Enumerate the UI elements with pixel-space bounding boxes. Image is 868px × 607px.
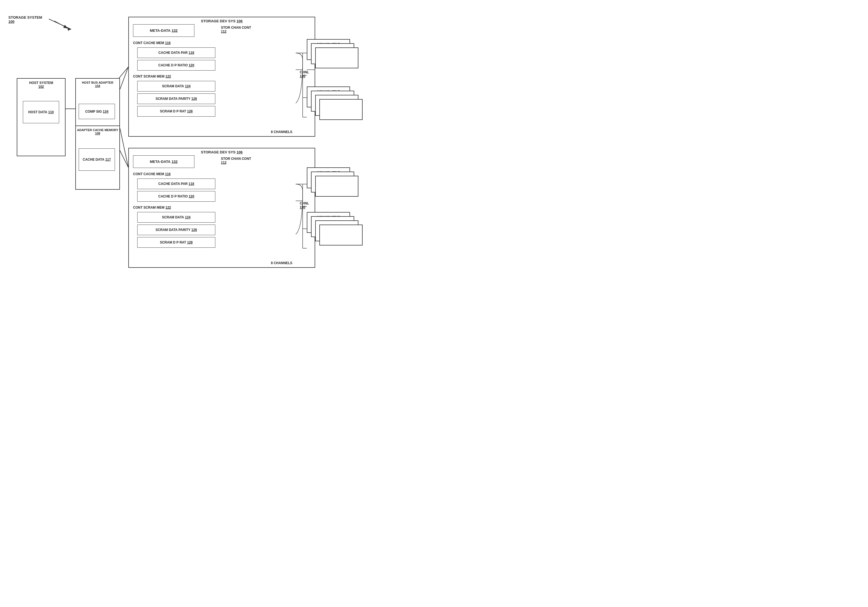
scram-data-parity-top-box: SCRAM DATA PARITY 126: [137, 93, 215, 104]
cont-cache-mem-bottom-label: CONT CACHE MEM 116: [133, 172, 171, 176]
comp-sig-box: COMP SIG 134: [79, 104, 115, 119]
channels-top-label: 8 CHANNELS: [271, 130, 292, 134]
nv-mem-dev-bot-7: [319, 225, 363, 245]
adapter-cache-memory-box: ADAPTER CACHE MEMORY 108 CACHE DATA 117: [75, 126, 120, 190]
cont-cache-mem-top-label: CONT CACHE MEM 116: [133, 41, 171, 45]
storage-dev-sys-top-box: STORAGE DEV SYS 106 STOR CHAN CONT 112 M…: [128, 17, 315, 137]
host-data-box: HOST DATA 110: [23, 101, 59, 123]
cont-scram-mem-bottom-label: CONT SCRAM MEM 122: [133, 206, 171, 210]
chnl-top-label: CHNL 130: [300, 70, 309, 78]
storage-dev-sys-bottom-box: STORAGE DEV SYS 106 STOR CHAN CONT 112 M…: [128, 148, 315, 268]
cache-data-box: CACHE DATA 117: [79, 148, 115, 171]
scram-data-top-box: SCRAM DATA 124: [137, 81, 215, 92]
storage-dev-sys-top-title: STORAGE DEV SYS 106: [129, 19, 315, 23]
nv-mem-dev-bot-3: [315, 176, 358, 197]
meta-data-top-box: META-DATA 132: [133, 24, 194, 37]
cont-scram-mem-top-label: CONT SCRAM MEM 122: [133, 75, 171, 78]
storage-system-label: STORAGE SYSTEM 100: [8, 16, 42, 24]
svg-line-16: [49, 19, 71, 29]
cache-data-par-bottom-box: CACHE DATA PAR 118: [137, 179, 215, 189]
adapter-cache-memory-label: ADAPTER CACHE MEMORY 108: [76, 128, 119, 135]
svg-line-0: [54, 21, 67, 28]
scram-dp-rat-bottom-box: SCRAM D P RAT 128: [137, 237, 215, 248]
chnl-bottom-label: CHNL 130: [300, 202, 309, 209]
cache-dp-ratio-top-box: CACHE D P RATIO 120: [137, 60, 215, 71]
scram-dp-rat-top-box: SCRAM D P RAT 128: [137, 106, 215, 116]
diagram: STORAGE SYSTEM 100 HOST SYSTEM 102 HOST …: [0, 0, 434, 303]
host-bus-adapter-label: HOST BUS ADAPTER 104: [76, 81, 119, 88]
channels-bottom-label: 8 CHANNELS: [271, 261, 292, 265]
stor-chan-cont-bottom-label: STOR CHAN CONT 112: [221, 157, 251, 165]
storage-dev-sys-bottom-title: STORAGE DEV SYS 106: [129, 150, 315, 154]
stor-chan-cont-top-label: STOR CHAN CONT 112: [221, 26, 251, 34]
cache-data-par-top-box: CACHE DATA PAR 118: [137, 47, 215, 58]
svg-line-20: [120, 128, 128, 168]
svg-marker-17: [67, 27, 71, 31]
host-system-label: HOST SYSTEM 102: [17, 81, 65, 89]
scram-data-bottom-box: SCRAM DATA 124: [137, 212, 215, 223]
host-system-box: HOST SYSTEM 102 HOST DATA 110: [17, 78, 65, 156]
svg-line-19: [120, 67, 128, 89]
cache-dp-ratio-bottom-box: CACHE D P RATIO 120: [137, 191, 215, 202]
scram-data-parity-bottom-box: SCRAM DATA PARITY 126: [137, 225, 215, 235]
meta-data-bottom-box: META-DATA 132: [133, 155, 194, 168]
nv-mem-dev-top-7: [319, 99, 363, 120]
nv-mem-dev-top-3: [315, 47, 358, 68]
